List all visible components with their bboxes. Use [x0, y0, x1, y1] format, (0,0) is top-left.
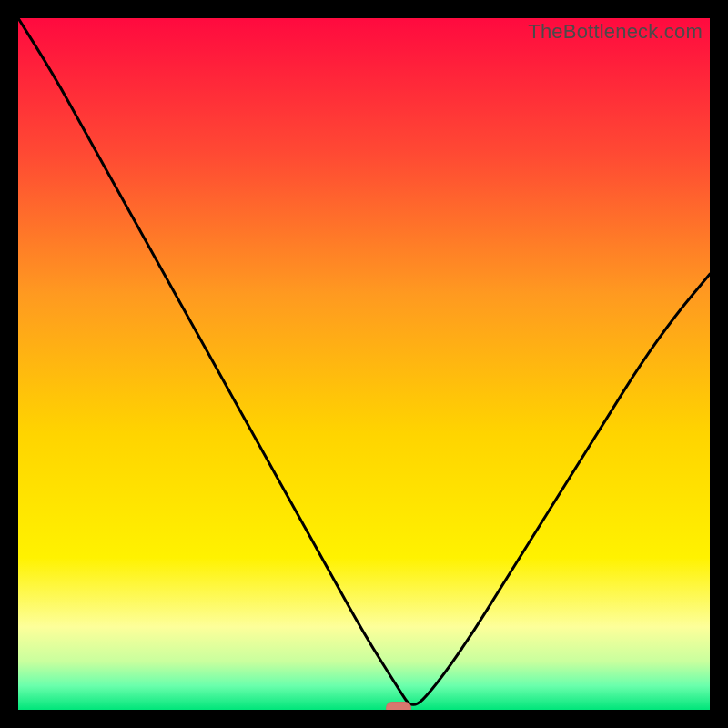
- bottleneck-curve: [18, 18, 710, 710]
- minimum-marker: [386, 702, 411, 710]
- plot-area: TheBottleneck.com: [18, 18, 710, 710]
- chart-frame: TheBottleneck.com: [0, 0, 728, 728]
- watermark-text: TheBottleneck.com: [528, 20, 703, 44]
